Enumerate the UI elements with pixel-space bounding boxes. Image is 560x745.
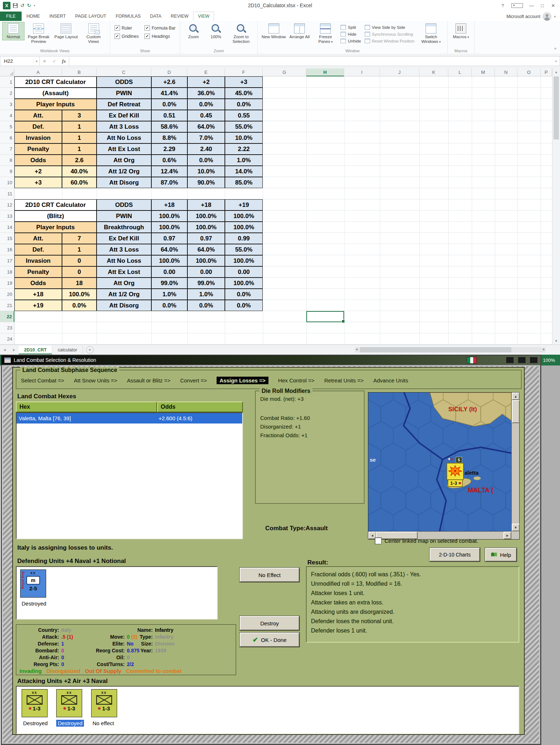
- row-header-13[interactable]: 13: [0, 210, 14, 222]
- cell-D14[interactable]: 100.0%: [151, 222, 187, 233]
- cancel-icon[interactable]: ✕: [40, 59, 49, 64]
- row-header-7[interactable]: 7: [0, 143, 14, 155]
- cell-B20[interactable]: 100.0%: [62, 289, 97, 300]
- column-header-C[interactable]: C: [97, 68, 151, 76]
- cell-C16[interactable]: Att 3 Loss: [97, 244, 151, 255]
- cell-C5[interactable]: Att 3 Loss: [97, 121, 151, 132]
- sequence-step-advance-units[interactable]: Advance Units: [373, 377, 408, 383]
- cell-D21[interactable]: 0.0%: [151, 300, 187, 311]
- new-sheet-button[interactable]: +: [86, 346, 94, 354]
- custom-views-button[interactable]: Custom Views: [80, 22, 108, 45]
- cell-C9[interactable]: Att 1/2 Org: [97, 166, 151, 177]
- cell-C12[interactable]: ODDS: [97, 199, 151, 210]
- cell-C4[interactable]: Ex Def Kill: [97, 110, 151, 121]
- qat-dropdown-icon[interactable]: ▾: [34, 4, 35, 7]
- minimize-button[interactable]: —: [526, 3, 537, 8]
- cell-E21[interactable]: 0.0%: [187, 300, 225, 311]
- excel-logo-icon[interactable]: X: [3, 2, 10, 9]
- cell-E8[interactable]: 0.0%: [187, 155, 225, 166]
- tab-insert[interactable]: INSERT: [45, 12, 71, 21]
- tab-file[interactable]: FILE: [0, 12, 22, 21]
- scroll-down-icon[interactable]: ▼: [552, 337, 560, 345]
- cell-E9[interactable]: 10.0%: [187, 166, 225, 177]
- collapse-ribbon-icon[interactable]: ^: [554, 46, 556, 52]
- destroy-button[interactable]: Destroy: [240, 616, 299, 630]
- cell-D12[interactable]: +18: [151, 199, 187, 210]
- cell-E6[interactable]: 7.0%: [187, 132, 225, 143]
- cell-C6[interactable]: Att No Loss: [97, 132, 151, 143]
- cell-C8[interactable]: Att Org: [97, 155, 151, 166]
- cell-E10[interactable]: 90.0%: [187, 177, 225, 188]
- account-avatar-icon[interactable]: [543, 12, 551, 21]
- column-header-B[interactable]: B: [62, 68, 97, 76]
- cell-D4[interactable]: 0.51: [151, 110, 187, 121]
- tab-formulas[interactable]: FORMULAS: [111, 12, 145, 21]
- tab-review[interactable]: REVIEW: [166, 12, 193, 21]
- unhide-button[interactable]: Unhide: [341, 39, 361, 43]
- cell-E1[interactable]: +2: [187, 76, 225, 88]
- cell-E2[interactable]: 36.0%: [187, 88, 225, 99]
- split-button[interactable]: Split: [341, 25, 361, 30]
- cell-B6[interactable]: 1: [62, 132, 97, 143]
- formula-bar-checkbox-box[interactable]: ✓: [145, 25, 150, 31]
- attacking-unit-face[interactable]: xx1-3: [56, 689, 82, 717]
- row-header-24[interactable]: 24: [0, 333, 14, 345]
- scrollbar-thumb[interactable]: [360, 347, 511, 352]
- cell-E3[interactable]: 0.0%: [187, 99, 225, 110]
- cell-A19[interactable]: Odds: [14, 278, 62, 289]
- enter-icon[interactable]: ✓: [49, 59, 59, 64]
- column-header-E[interactable]: E: [187, 68, 225, 76]
- cell-D15[interactable]: 0.97: [151, 233, 187, 244]
- account-area[interactable]: Microsoft account▾: [506, 12, 560, 21]
- cell-A14-merged[interactable]: Player Inputs: [14, 222, 97, 233]
- cell-A3-merged[interactable]: Player Inputs: [14, 99, 97, 110]
- cell-B15[interactable]: 7: [62, 233, 97, 244]
- map-scroll-up-icon[interactable]: ▲: [512, 393, 520, 400]
- zoom-level[interactable]: 100%: [543, 355, 555, 365]
- row-header-11[interactable]: 11: [0, 188, 14, 199]
- cell-A9[interactable]: +2: [14, 166, 62, 177]
- tab-page-layout[interactable]: PAGE LAYOUT: [71, 12, 111, 21]
- cell-C1[interactable]: ODDS: [97, 76, 151, 88]
- row-header-17[interactable]: 17: [0, 255, 14, 266]
- row-header-8[interactable]: 8: [0, 155, 14, 166]
- cell-F21[interactable]: 0.0%: [225, 300, 263, 311]
- sheet-tab-2d10-crt[interactable]: 2D10_CRT: [19, 346, 53, 354]
- cell-E7[interactable]: 2.40: [187, 143, 225, 155]
- column-header-K[interactable]: K: [419, 68, 448, 76]
- headings-checkbox-box[interactable]: ✓: [145, 34, 150, 39]
- sequence-step-att-snow-units[interactable]: Att Snow Units =>: [74, 377, 117, 383]
- tab-data[interactable]: DATA: [145, 12, 166, 21]
- column-header-F[interactable]: F: [225, 68, 263, 76]
- row-header-6[interactable]: 6: [0, 132, 14, 143]
- charts-button[interactable]: 2-D-10 Charts: [430, 548, 480, 562]
- zoom-button[interactable]: Zoom: [182, 22, 205, 40]
- cell-E5[interactable]: 64.0%: [187, 121, 225, 132]
- cell-F1[interactable]: +3: [225, 76, 263, 88]
- row-header-9[interactable]: 9: [0, 166, 14, 177]
- defending-unit-face[interactable]: xxmRoyal Eng2-5: [20, 569, 46, 598]
- sequence-step-retreat-units[interactable]: Retreat Units =>: [324, 377, 364, 383]
- maximize-button[interactable]: □: [537, 3, 548, 8]
- cell-A7[interactable]: Penalty: [14, 143, 62, 155]
- sequence-step-assault-or-blitz[interactable]: Assault or Blitz =>: [127, 377, 170, 383]
- combat-map[interactable]: SICILY (It) se 5 1-3 aletta MALTA (: [368, 392, 520, 540]
- column-header-L[interactable]: L: [448, 68, 472, 76]
- cell-D13[interactable]: 100.0%: [151, 210, 187, 222]
- map-scroll-down-icon[interactable]: ▼: [512, 524, 520, 531]
- cell-B9[interactable]: 40.0%: [62, 166, 97, 177]
- cell-B4[interactable]: 3: [62, 110, 97, 121]
- cell-F19[interactable]: 100.0%: [225, 278, 263, 289]
- combat-hex-row[interactable]: Valetta, Malta [76, 39]+2.600 (4.5:6): [17, 413, 242, 424]
- cell-A5[interactable]: Def.: [14, 121, 62, 132]
- attacking-unit-face[interactable]: xx1-3: [22, 689, 48, 717]
- cell-E19[interactable]: 99.0%: [187, 278, 225, 289]
- insert-function-icon[interactable]: fx: [59, 58, 69, 64]
- cell-A4[interactable]: Att.: [14, 110, 62, 121]
- game-title-control-1[interactable]: [506, 357, 514, 363]
- center-map-checkbox[interactable]: Center linked map on selected combat.: [375, 537, 478, 544]
- map-vscroll-thumb[interactable]: [512, 400, 520, 423]
- normal-button[interactable]: Normal: [2, 22, 25, 40]
- page-layout-button[interactable]: Page Layout: [53, 22, 80, 40]
- cell-F13[interactable]: 100.0%: [225, 210, 263, 222]
